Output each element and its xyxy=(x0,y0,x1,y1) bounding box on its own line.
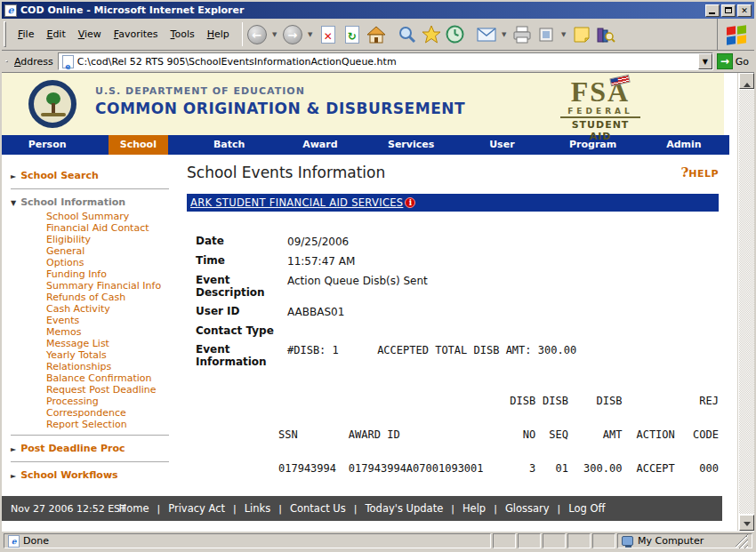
sidebar-item-processing[interactable]: Processing xyxy=(46,396,180,407)
stop-button[interactable]: ✕ xyxy=(317,22,340,47)
nav-tab-award[interactable]: Award xyxy=(275,135,366,155)
sidebar-section-school-information[interactable]: ▼School Information xyxy=(11,194,180,211)
menu-tools[interactable]: Tools xyxy=(165,26,201,43)
school-name-link[interactable]: ARK STUDENT FINANCIAL AID SERVICES xyxy=(190,196,403,209)
sidebar-item-events[interactable]: Events xyxy=(46,315,180,326)
footer-link-privacy-act[interactable]: Privacy Act xyxy=(160,502,233,515)
sidebar-item-eligibility[interactable]: Eligibility xyxy=(46,234,180,245)
notes-button[interactable] xyxy=(570,22,593,47)
mail-icon xyxy=(477,28,496,42)
research-button[interactable] xyxy=(594,22,617,47)
nav-tab-services[interactable]: Services xyxy=(366,135,456,155)
footer-link-links[interactable]: Links xyxy=(237,502,279,515)
address-label: Address xyxy=(10,56,58,68)
sidebar-item-yearly-totals[interactable]: Yearly Totals xyxy=(46,349,180,361)
sidebar-item-balance-confirmation[interactable]: Balance Confirmation xyxy=(46,372,180,384)
minimize-button[interactable] xyxy=(705,4,720,17)
history-button[interactable] xyxy=(444,22,467,47)
address-input[interactable]: e C:\cod\Rel 52 RTS 905\SchoolEventsInfo… xyxy=(58,52,713,70)
windows-logo-icon xyxy=(726,25,747,44)
menu-help[interactable]: Help xyxy=(201,26,236,43)
scroll-down-button[interactable] xyxy=(739,515,754,531)
footer-link-contact-us[interactable]: Contact Us xyxy=(282,502,354,515)
back-button[interactable]: ← xyxy=(245,22,269,47)
sidebar-item-cash-activity[interactable]: Cash Activity xyxy=(46,303,180,315)
menu-view[interactable]: View xyxy=(72,26,108,43)
favorites-button[interactable] xyxy=(420,22,443,47)
nav-tab-label: User xyxy=(478,135,526,155)
sidebar-item-summary-financial-info[interactable]: Summary Financial Info xyxy=(46,280,180,292)
menu-file[interactable]: File xyxy=(12,26,40,43)
sidebar-section-post-deadline-proc[interactable]: ►Post Deadline Proc xyxy=(11,440,180,457)
forward-button[interactable]: → xyxy=(281,22,304,47)
page-icon: e xyxy=(62,55,74,68)
address-dropdown[interactable]: ▼ xyxy=(698,53,712,69)
maximize-button[interactable] xyxy=(721,4,736,17)
nav-tab-school[interactable]: School xyxy=(92,135,183,155)
mail-button[interactable] xyxy=(475,22,498,47)
sidebar-item-options[interactable]: Options xyxy=(46,257,180,268)
nav-tab-person[interactable]: Person xyxy=(2,135,92,155)
footer-link-log-off[interactable]: Log Off xyxy=(560,502,613,515)
footer-link-help[interactable]: Help xyxy=(454,502,494,515)
go-button[interactable]: → xyxy=(717,53,733,69)
help-link[interactable]: ?HELP xyxy=(680,164,719,180)
back-dropdown[interactable]: ▼ xyxy=(269,22,280,47)
nav-tab-batch[interactable]: Batch xyxy=(184,135,275,155)
edit-icon xyxy=(538,27,554,43)
collapsed-arrow-icon: ► xyxy=(11,445,16,453)
favorites-star-icon xyxy=(422,25,441,44)
sidebar-item-relationships[interactable]: Relationships xyxy=(46,361,180,372)
resize-grip[interactable] xyxy=(736,534,748,548)
menu-edit[interactable]: Edit xyxy=(40,26,71,43)
sidebar-item-message-list[interactable]: Message List xyxy=(46,338,180,349)
search-icon xyxy=(398,26,416,44)
search-button[interactable] xyxy=(396,22,419,47)
sidebar-item-school-summary[interactable]: School Summary xyxy=(46,211,180,222)
print-button[interactable] xyxy=(511,22,534,47)
sidebar-section-school-search[interactable]: ►School Search xyxy=(11,167,180,184)
sidebar-item-request-post-deadline[interactable]: Request Post Deadline xyxy=(46,384,180,396)
edit-button[interactable] xyxy=(535,22,558,47)
mail-dropdown[interactable]: ▼ xyxy=(499,22,510,47)
info-icon[interactable]: i xyxy=(405,197,415,208)
cell-award-id: 017943994A07001093001 xyxy=(349,462,503,496)
refresh-button[interactable]: ↻ xyxy=(341,22,364,47)
edit-dropdown[interactable]: ▼ xyxy=(559,22,569,47)
scroll-up-button[interactable] xyxy=(739,73,754,89)
home-button[interactable] xyxy=(365,22,388,47)
addressbar-grip[interactable] xyxy=(5,60,8,62)
sidebar-section-school-workflows[interactable]: ►School Workflows xyxy=(11,467,180,484)
scrollbar-track[interactable] xyxy=(739,90,754,514)
table-header-bottom: SSN AWARD ID NO SEQ AMT ACTION CODE xyxy=(278,428,719,462)
footer-link-glossary[interactable]: Glossary xyxy=(497,502,558,515)
sidebar: ►School Search ▼School Information Schoo… xyxy=(2,155,180,496)
sidebar-item-correspondence[interactable]: Correspondence xyxy=(46,407,180,419)
go-area: → Go xyxy=(713,53,752,69)
toolbar-separator xyxy=(242,22,243,46)
nav-tab-label: Services xyxy=(376,135,446,155)
title-bar: e COD Online - Microsoft Internet Explor… xyxy=(2,2,754,19)
field-event-information: Event Information #DISB: 1 ACCEPTED TOTA… xyxy=(196,343,719,368)
nav-tab-admin[interactable]: Admin xyxy=(639,135,729,155)
toolbar-grip[interactable] xyxy=(4,21,6,47)
forward-dropdown[interactable]: ▼ xyxy=(305,22,316,47)
status-pane-main: e Done xyxy=(4,533,491,548)
menu-favorites[interactable]: Favorites xyxy=(108,26,165,43)
school-name-bar: ARK STUDENT FINANCIAL AID SERVICES i xyxy=(187,194,719,212)
nav-tab-user[interactable]: User xyxy=(456,135,547,155)
sidebar-item-general[interactable]: General xyxy=(46,245,180,257)
close-button[interactable]: ✕ xyxy=(737,4,752,17)
footer-link-todays-update[interactable]: Today's Update xyxy=(358,502,452,515)
sidebar-item-funding-info[interactable]: Funding Info xyxy=(46,268,180,280)
sidebar-item-financial-aid-contact[interactable]: Financial Aid Contact xyxy=(46,222,180,234)
cell-rej-code: 000 xyxy=(684,462,719,496)
expanded-arrow-icon: ▼ xyxy=(11,199,16,207)
sidebar-item-refunds-of-cash[interactable]: Refunds of Cash xyxy=(46,292,180,303)
browser-window: e COD Online - Microsoft Internet Explor… xyxy=(0,0,756,552)
research-books-icon xyxy=(596,26,615,44)
vertical-scrollbar[interactable] xyxy=(737,73,754,531)
sidebar-item-report-selection[interactable]: Report Selection xyxy=(46,419,180,430)
sidebar-item-memos[interactable]: Memos xyxy=(46,326,180,338)
address-value[interactable]: C:\cod\Rel 52 RTS 905\SchoolEventsInform… xyxy=(77,56,698,68)
